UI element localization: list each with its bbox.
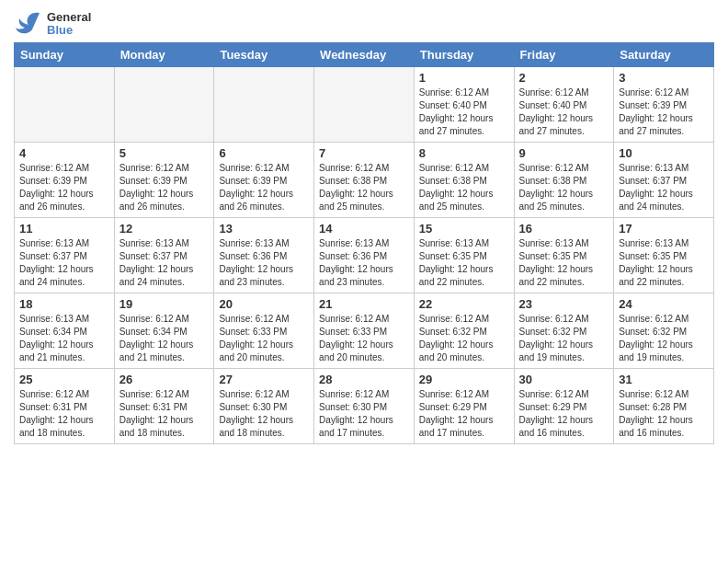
sunrise-label: Sunrise: 6:12 AM <box>519 87 589 98</box>
day-info: Sunrise: 6:13 AM Sunset: 6:36 PM Dayligh… <box>219 237 309 289</box>
day-number: 17 <box>619 222 709 236</box>
calendar-cell-w1-d3 <box>314 67 415 143</box>
calendar-cell-w4-d5: 23 Sunrise: 6:12 AM Sunset: 6:32 PM Dayl… <box>514 293 614 369</box>
day-info: Sunrise: 6:12 AM Sunset: 6:38 PM Dayligh… <box>419 162 509 213</box>
calendar-cell-w4-d6: 24 Sunrise: 6:12 AM Sunset: 6:32 PM Dayl… <box>614 293 714 369</box>
day-number: 10 <box>619 146 709 160</box>
day-number: 18 <box>19 297 109 311</box>
day-info: Sunrise: 6:12 AM Sunset: 6:33 PM Dayligh… <box>319 313 409 364</box>
day-info: Sunrise: 6:13 AM Sunset: 6:37 PM Dayligh… <box>19 237 109 289</box>
day-info: Sunrise: 6:12 AM Sunset: 6:30 PM Dayligh… <box>219 388 309 440</box>
day-number: 9 <box>519 146 609 160</box>
sunset-label: Sunset: 6:31 PM <box>119 402 188 412</box>
daylight-label: Daylight: 12 hours and 18 minutes. <box>219 415 293 438</box>
sunset-label: Sunset: 6:40 PM <box>519 100 587 110</box>
sunset-label: Sunset: 6:39 PM <box>219 176 287 186</box>
day-info: Sunrise: 6:13 AM Sunset: 6:36 PM Dayligh… <box>319 237 409 289</box>
sunrise-label: Sunrise: 6:12 AM <box>419 87 489 98</box>
calendar-cell-w3-d4: 15 Sunrise: 6:13 AM Sunset: 6:35 PM Dayl… <box>414 218 514 293</box>
day-number: 25 <box>19 373 109 386</box>
day-info: Sunrise: 6:12 AM Sunset: 6:32 PM Dayligh… <box>519 313 609 364</box>
day-number: 8 <box>419 146 509 160</box>
calendar-cell-w3-d2: 13 Sunrise: 6:13 AM Sunset: 6:36 PM Dayl… <box>214 218 314 293</box>
day-info: Sunrise: 6:12 AM Sunset: 6:38 PM Dayligh… <box>519 162 609 213</box>
sunrise-label: Sunrise: 6:13 AM <box>619 238 688 248</box>
daylight-label: Daylight: 12 hours and 23 minutes. <box>319 264 393 287</box>
sunset-label: Sunset: 6:35 PM <box>419 251 487 261</box>
sunrise-label: Sunrise: 6:12 AM <box>19 389 89 399</box>
day-info: Sunrise: 6:12 AM Sunset: 6:39 PM Dayligh… <box>119 162 210 213</box>
calendar-cell-w4-d3: 21 Sunrise: 6:12 AM Sunset: 6:33 PM Dayl… <box>314 293 415 369</box>
sunset-label: Sunset: 6:34 PM <box>119 327 188 337</box>
day-info: Sunrise: 6:13 AM Sunset: 6:37 PM Dayligh… <box>119 237 210 289</box>
calendar-cell-w3-d3: 14 Sunrise: 6:13 AM Sunset: 6:36 PM Dayl… <box>314 218 415 293</box>
day-number: 5 <box>119 146 210 160</box>
calendar-cell-w4-d4: 22 Sunrise: 6:12 AM Sunset: 6:32 PM Dayl… <box>414 293 514 369</box>
header-monday: Monday <box>114 43 214 67</box>
day-number: 13 <box>219 222 309 236</box>
day-number: 16 <box>519 222 609 236</box>
daylight-label: Daylight: 12 hours and 26 minutes. <box>219 189 293 212</box>
day-number: 7 <box>319 146 409 160</box>
day-number: 22 <box>419 297 509 311</box>
daylight-label: Daylight: 12 hours and 25 minutes. <box>319 189 393 212</box>
day-number: 4 <box>19 146 109 160</box>
day-number: 19 <box>119 297 210 311</box>
day-info: Sunrise: 6:12 AM Sunset: 6:29 PM Dayligh… <box>419 388 509 440</box>
daylight-label: Daylight: 12 hours and 22 minutes. <box>619 264 693 287</box>
calendar-table: SundayMondayTuesdayWednesdayThursdayFrid… <box>14 42 714 444</box>
sunset-label: Sunset: 6:36 PM <box>319 251 387 261</box>
daylight-label: Daylight: 12 hours and 24 minutes. <box>19 264 94 287</box>
daylight-label: Daylight: 12 hours and 21 minutes. <box>119 339 194 362</box>
sunrise-label: Sunrise: 6:13 AM <box>19 238 89 248</box>
header-thursday: Thursday <box>414 43 514 67</box>
daylight-label: Daylight: 12 hours and 18 minutes. <box>119 415 194 438</box>
sunset-label: Sunset: 6:32 PM <box>619 327 687 337</box>
day-info: Sunrise: 6:12 AM Sunset: 6:38 PM Dayligh… <box>319 162 409 213</box>
daylight-label: Daylight: 12 hours and 27 minutes. <box>619 113 693 136</box>
day-number: 15 <box>419 222 509 236</box>
daylight-label: Daylight: 12 hours and 19 minutes. <box>619 339 693 362</box>
sunset-label: Sunset: 6:38 PM <box>319 176 387 186</box>
sunset-label: Sunset: 6:35 PM <box>519 251 587 261</box>
calendar-cell-w1-d4: 1 Sunrise: 6:12 AM Sunset: 6:40 PM Dayli… <box>414 67 514 143</box>
sunset-label: Sunset: 6:39 PM <box>119 176 188 186</box>
calendar-cell-w5-d5: 30 Sunrise: 6:12 AM Sunset: 6:29 PM Dayl… <box>514 369 614 444</box>
calendar-cell-w1-d1 <box>114 67 214 143</box>
calendar-cell-w3-d1: 12 Sunrise: 6:13 AM Sunset: 6:37 PM Dayl… <box>114 218 214 293</box>
daylight-label: Daylight: 12 hours and 20 minutes. <box>419 339 494 362</box>
day-number: 11 <box>19 222 109 236</box>
sunset-label: Sunset: 6:33 PM <box>319 327 387 337</box>
daylight-label: Daylight: 12 hours and 25 minutes. <box>419 189 494 212</box>
day-info: Sunrise: 6:12 AM Sunset: 6:30 PM Dayligh… <box>319 388 409 440</box>
sunrise-label: Sunrise: 6:13 AM <box>619 163 688 173</box>
calendar-cell-w5-d3: 28 Sunrise: 6:12 AM Sunset: 6:30 PM Dayl… <box>314 369 415 444</box>
sunrise-label: Sunrise: 6:13 AM <box>319 238 389 248</box>
logo-bird-svg <box>14 9 43 39</box>
sunrise-label: Sunrise: 6:13 AM <box>19 314 89 324</box>
sunset-label: Sunset: 6:39 PM <box>19 176 87 186</box>
day-info: Sunrise: 6:12 AM Sunset: 6:33 PM Dayligh… <box>219 313 309 364</box>
calendar-cell-w3-d5: 16 Sunrise: 6:13 AM Sunset: 6:35 PM Dayl… <box>514 218 614 293</box>
calendar-cell-w4-d2: 20 Sunrise: 6:12 AM Sunset: 6:33 PM Dayl… <box>214 293 314 369</box>
sunset-label: Sunset: 6:31 PM <box>19 402 87 412</box>
header-sunday: Sunday <box>15 43 115 67</box>
calendar-cell-w5-d6: 31 Sunrise: 6:12 AM Sunset: 6:28 PM Dayl… <box>614 369 714 444</box>
daylight-label: Daylight: 12 hours and 17 minutes. <box>319 415 393 438</box>
header-row: SundayMondayTuesdayWednesdayThursdayFrid… <box>15 43 714 67</box>
sunset-label: Sunset: 6:33 PM <box>219 327 287 337</box>
day-info: Sunrise: 6:12 AM Sunset: 6:31 PM Dayligh… <box>19 388 109 440</box>
day-info: Sunrise: 6:13 AM Sunset: 6:35 PM Dayligh… <box>619 237 709 289</box>
day-info: Sunrise: 6:12 AM Sunset: 6:39 PM Dayligh… <box>19 162 109 213</box>
sunrise-label: Sunrise: 6:12 AM <box>19 163 89 173</box>
sunset-label: Sunset: 6:29 PM <box>519 402 587 412</box>
sunset-label: Sunset: 6:30 PM <box>319 402 387 412</box>
day-info: Sunrise: 6:12 AM Sunset: 6:29 PM Dayligh… <box>519 388 609 440</box>
day-number: 29 <box>419 373 509 386</box>
calendar-cell-w2-d6: 10 Sunrise: 6:13 AM Sunset: 6:37 PM Dayl… <box>614 143 714 218</box>
sunrise-label: Sunrise: 6:12 AM <box>419 314 489 324</box>
sunrise-label: Sunrise: 6:12 AM <box>619 389 688 399</box>
sunset-label: Sunset: 6:34 PM <box>19 327 87 337</box>
daylight-label: Daylight: 12 hours and 25 minutes. <box>519 189 594 212</box>
day-info: Sunrise: 6:12 AM Sunset: 6:40 PM Dayligh… <box>519 86 609 138</box>
